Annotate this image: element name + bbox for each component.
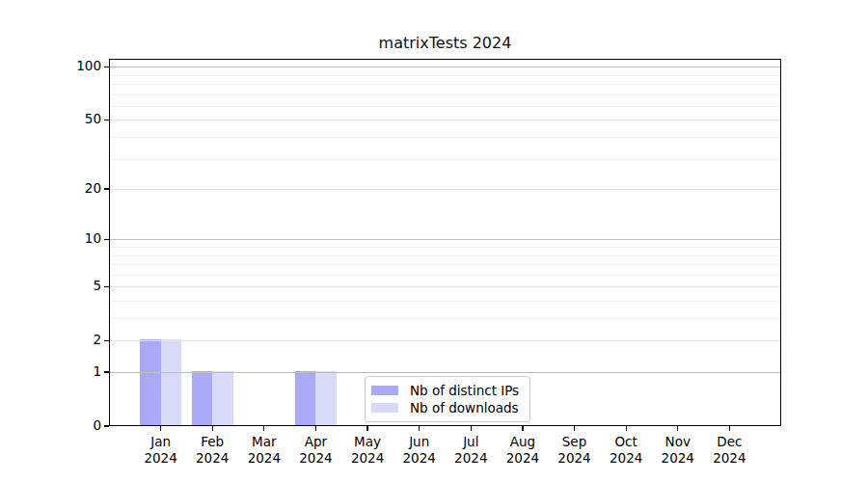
y-tick-mark — [104, 371, 109, 372]
bar-downloads — [212, 371, 232, 425]
x-tick-mark — [212, 426, 213, 431]
legend: Nb of distinct IPs Nb of downloads — [365, 376, 530, 422]
y-tick-label: 20 — [19, 182, 101, 196]
x-tick-mark — [160, 426, 161, 431]
y-tick-mark — [104, 340, 109, 341]
plot-area — [109, 59, 781, 426]
x-tick-year: 2024 — [695, 450, 763, 467]
gridline-minor — [110, 255, 780, 256]
gridline-major — [110, 189, 780, 190]
gridline-minor — [110, 84, 780, 85]
x-tick-mark — [626, 426, 627, 431]
y-tick-mark — [104, 67, 109, 67]
bar-distinct-ips — [295, 371, 315, 425]
bar-distinct-ips — [192, 371, 212, 425]
x-tick-mark — [677, 426, 678, 431]
y-tick-mark — [104, 286, 109, 287]
x-tick-mark — [574, 426, 575, 431]
x-tick-mark — [729, 426, 730, 431]
x-tick-mark — [366, 426, 367, 431]
x-tick-mark — [471, 426, 472, 431]
bar-downloads — [161, 339, 181, 425]
y-tick-label: 0 — [19, 419, 101, 433]
figure: matrixTests 2024 0125102050100Jan2024Feb… — [0, 0, 868, 482]
gridline-major — [110, 67, 780, 67]
y-tick-mark — [104, 239, 109, 240]
legend-label-distinct-ips: Nb of distinct IPs — [410, 383, 519, 398]
y-tick-label: 1 — [19, 365, 101, 379]
gridline-minor — [110, 264, 780, 265]
legend-item-downloads: Nb of downloads — [371, 399, 519, 416]
legend-swatch-distinct-ips — [371, 386, 398, 395]
gridline-minor — [110, 318, 780, 319]
gridline-minor — [110, 137, 780, 138]
gridline-minor — [110, 159, 780, 160]
gridline-minor — [110, 275, 780, 276]
y-tick-label: 10 — [19, 233, 101, 247]
x-tick-mark — [419, 426, 420, 431]
legend-swatch-downloads — [371, 403, 398, 413]
gridline-minor — [110, 106, 780, 107]
y-tick-label: 2 — [19, 335, 101, 348]
y-tick-label: 50 — [19, 114, 101, 127]
x-tick-month: Dec — [695, 434, 763, 450]
y-tick-mark — [104, 188, 109, 189]
gridline-minor — [110, 75, 780, 76]
legend-label-downloads: Nb of downloads — [410, 400, 519, 415]
gridline-major — [110, 372, 780, 373]
y-tick-mark — [104, 425, 109, 426]
chart-title: matrixTests 2024 — [109, 34, 781, 52]
legend-item-distinct-ips: Nb of distinct IPs — [371, 382, 519, 399]
y-tick-label: 100 — [19, 60, 101, 73]
gridline-major — [110, 239, 780, 240]
gridline-minor — [110, 301, 780, 302]
bar-downloads — [315, 371, 336, 425]
gridline-minor — [110, 247, 780, 248]
x-tick-label: Dec2024 — [695, 434, 763, 466]
x-tick-mark — [263, 426, 264, 431]
bar-distinct-ips — [140, 339, 160, 425]
gridline-major — [110, 340, 780, 341]
x-tick-mark — [522, 426, 523, 431]
gridline-major — [110, 286, 780, 287]
y-tick-mark — [104, 120, 109, 120]
x-tick-mark — [315, 426, 316, 431]
y-tick-label: 5 — [19, 281, 101, 294]
gridline-minor — [110, 94, 780, 95]
gridline-major — [110, 120, 780, 120]
